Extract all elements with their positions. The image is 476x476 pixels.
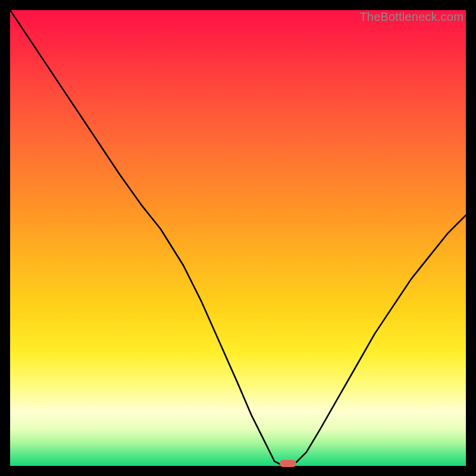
optimal-marker bbox=[280, 460, 296, 467]
curve-path bbox=[10, 10, 466, 466]
bottleneck-curve bbox=[10, 10, 466, 466]
plot-area: TheBottleneck.com bbox=[10, 10, 466, 466]
chart-frame: TheBottleneck.com bbox=[0, 0, 476, 476]
